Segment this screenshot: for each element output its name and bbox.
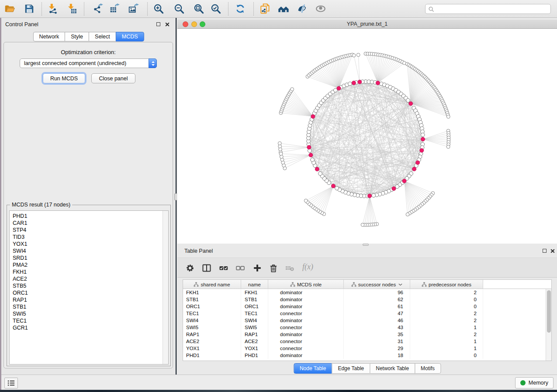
toolbar-separator [42,2,42,16]
mcds-list-item[interactable]: RAP1 [10,296,168,303]
cell-predecessor_nodes: 2 [410,310,483,317]
import-network-icon[interactable] [47,3,58,14]
tab-edge-table[interactable]: Edge Table [332,363,370,374]
column-header-name[interactable]: name [241,280,268,289]
export-image-icon[interactable] [128,3,139,14]
cell-predecessor_nodes: 0 [410,296,483,303]
column-header-MCDS-role[interactable]: MCDS role [268,280,344,289]
mcds-result-list[interactable]: PHD1CAR1STP4TID3YOX1SWI4SRD1PMA2FKH1ACE2… [9,210,169,364]
show-graphics-details-icon[interactable] [315,3,326,14]
zoom-out-icon[interactable] [173,3,185,14]
export-table-icon[interactable] [109,3,121,14]
network-canvas[interactable] [177,29,557,244]
mcds-list-item[interactable]: ORC1 [10,289,168,296]
deselect-all-rows-icon[interactable] [235,263,245,273]
mcds-list-scrollbar[interactable] [163,211,168,364]
window-minimize-traffic-light[interactable] [191,21,197,27]
mcds-list-item[interactable]: YOX1 [10,241,168,248]
mcds-list-item[interactable]: CAR1 [10,220,168,227]
list-menu-icon [7,378,16,388]
criterion-select[interactable]: largest connected component (undirected) [20,58,157,68]
mcds-list-item[interactable]: STB1 [10,303,168,310]
column-header-shared-name[interactable]: shared name [183,280,241,289]
hide-graphics-details-icon[interactable] [296,3,308,14]
add-column-icon[interactable] [253,263,262,273]
memory-button[interactable]: Memory [515,377,554,389]
tab-mcds[interactable]: MCDS [116,32,144,41]
run-mcds-button[interactable]: Run MCDS [43,73,85,83]
header-filler [483,280,551,289]
toolbar-separator [228,2,228,16]
mcds-list-item[interactable]: ACE2 [10,275,168,282]
zoom-fit-icon[interactable] [193,3,204,14]
save-session-icon[interactable] [24,3,35,14]
table-toolbar: f(x) [177,258,557,278]
window-zoom-traffic-light[interactable] [200,21,205,27]
panel-menu-button[interactable] [4,378,18,389]
home-icon[interactable] [278,3,289,14]
table-row[interactable]: SWI4SWI4dominator462 [183,317,551,324]
open-file-icon[interactable] [4,3,15,14]
mcds-list-item[interactable]: SRD1 [10,254,168,261]
float-panel-icon[interactable] [156,22,160,26]
table-panel: Table Panel f(x) shared namenameMCDS rol… [177,244,557,375]
mcds-list-item[interactable]: SWI5 [10,310,168,317]
cell-mcds_role: connector [268,345,344,352]
mcds-list-item[interactable]: STP4 [10,227,168,234]
zoom-selected-icon[interactable] [210,3,221,14]
tab-node-table[interactable]: Node Table [294,363,332,374]
mcds-list-item[interactable]: FKH1 [10,268,168,275]
split-panel-icon[interactable] [202,263,211,273]
tab-style[interactable]: Style [65,32,89,41]
table-row[interactable]: PHD1PHD1dominator180 [183,352,551,359]
network-window-titlebar[interactable]: YPA_prune.txt_1 [177,20,557,29]
tab-select[interactable]: Select [89,32,116,41]
mcds-list-item[interactable]: STB5 [10,282,168,289]
table-row[interactable]: FKH1FKH1dominator962 [183,289,551,296]
refresh-icon[interactable] [235,3,246,14]
table-row[interactable]: TEC1TEC1connector472 [183,310,551,317]
float-table-panel-icon[interactable] [543,249,547,253]
export-network-icon[interactable] [93,3,104,14]
table-scrollbar[interactable] [546,289,551,361]
column-header-successor-nodes[interactable]: successor nodes [344,280,410,289]
cell-successor_nodes: 35 [344,331,410,338]
tab-motifs[interactable]: Motifs [415,363,441,374]
desktop-edge-left [0,18,1,390]
mcds-list-item[interactable]: SWI4 [10,248,168,254]
column-header-label: successor nodes [358,282,396,287]
new-network-icon[interactable] [259,3,271,14]
import-table-icon[interactable] [66,3,77,14]
select-all-rows-icon[interactable] [219,263,228,273]
table-row[interactable]: SWI5SWI5connector431 [183,324,551,331]
table-row[interactable]: YOX1YOX1connector291 [183,345,551,352]
table-settings-icon[interactable] [185,263,195,273]
table-row[interactable]: RAP1RAP1dominator352 [183,331,551,338]
column-header-predecessor-nodes[interactable]: predecessor nodes [410,280,483,289]
zoom-in-icon[interactable] [153,3,164,14]
network-view[interactable] [177,29,557,244]
table-row[interactable]: ORC1ORC1dominator610 [183,303,551,310]
mcds-list-item[interactable]: TID3 [10,234,168,241]
delete-column-icon[interactable] [269,263,278,273]
search-input[interactable] [436,5,549,13]
window-close-traffic-light[interactable] [183,21,188,27]
search-box[interactable] [425,4,551,14]
horizontal-splitter-handle[interactable] [363,244,369,246]
cell-shared_name: SWI5 [183,324,241,331]
tab-network-table[interactable]: Network Table [370,363,415,374]
cell-shared_name: ACE2 [183,338,241,345]
mcds-list-item[interactable]: TEC1 [10,317,168,324]
table-row[interactable]: ACE2ACE2connector311 [183,338,551,345]
table-scrollbar-thumb[interactable] [547,290,551,333]
close-panel-button[interactable]: Close panel [91,73,135,83]
table-row[interactable]: STB1STB1dominator620 [183,296,551,303]
mcds-list-item[interactable]: PMA2 [10,261,168,268]
tab-network[interactable]: Network [33,32,65,41]
cell-successor_nodes: 61 [344,303,410,310]
mcds-list-item[interactable]: GCR1 [10,324,168,331]
close-table-panel-icon[interactable] [550,249,555,253]
mcds-list-item[interactable]: PHD1 [10,213,168,220]
hierarchy-icon [194,282,199,287]
close-panel-icon[interactable] [165,22,170,27]
